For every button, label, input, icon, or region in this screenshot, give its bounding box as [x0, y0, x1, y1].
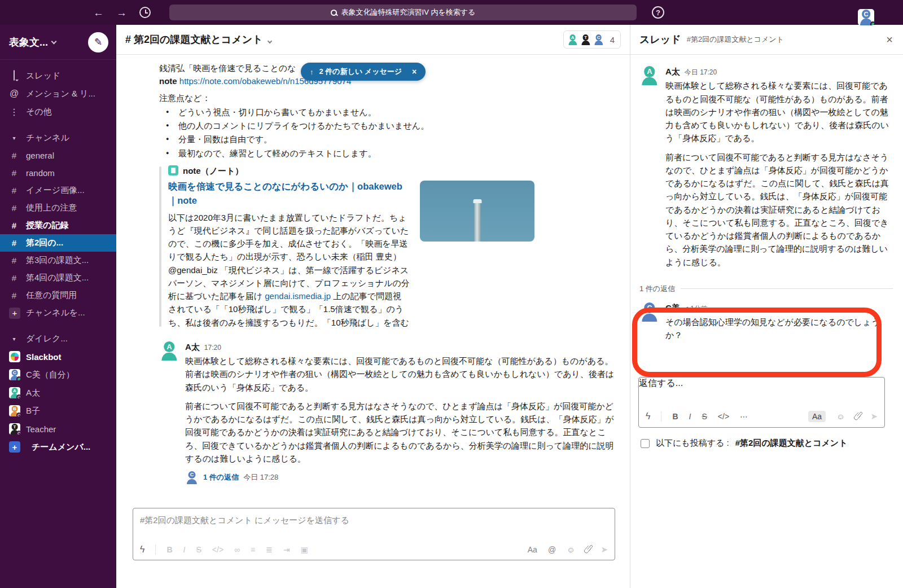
code-button[interactable]: </> — [718, 412, 729, 421]
reply-composer[interactable]: 返信する... ϟ B I S </> ⋯ Aa ☺ ➤ — [638, 377, 885, 428]
bold-button[interactable]: B — [672, 412, 678, 421]
mention-button[interactable]: @ — [548, 545, 556, 554]
sidebar-channel-general[interactable]: #general — [0, 147, 116, 164]
member-count-button[interactable]: A T C 4 — [563, 30, 621, 49]
workspace-name: 表象文... — [9, 36, 48, 49]
link-button[interactable]: ∞ — [234, 545, 240, 554]
message-author[interactable]: A太 — [665, 65, 680, 78]
emoji-button[interactable]: ☺ — [836, 412, 844, 421]
ordered-list-button[interactable]: ≡ — [251, 545, 255, 554]
attachment-icon[interactable] — [853, 412, 862, 421]
send-button[interactable]: ➤ — [870, 411, 878, 422]
presence-online-dot — [870, 21, 874, 25]
bullet-item: どういう視点・切り口から書いてもかまいません。 — [165, 106, 619, 119]
avatar: A — [9, 387, 20, 398]
message-text: 前者について回復不可能であると判断する見方はなさそうなので、ひとまず論点は「身体… — [185, 400, 619, 465]
also-send-checkbox[interactable] — [641, 439, 650, 448]
also-send-row: 以下にも投稿する :#第2回の課題文献とコメント — [641, 438, 848, 449]
hash-icon: # — [9, 168, 19, 178]
sidebar-channel-session3[interactable]: #第3回の課題文... — [0, 252, 116, 269]
sidebar-channel-session2-active[interactable]: #第2回の... — [0, 234, 116, 252]
link-preview-card: note（ノート） 映画を倍速で見ることのなにがわるいのか｜obakeweb｜n… — [159, 164, 534, 329]
new-messages-pill[interactable]: ↑ 2 件の新しい メッセージ × — [301, 63, 426, 81]
blockquote-button[interactable]: ⇥ — [283, 545, 290, 554]
sidebar-item-more[interactable]: ⋮ その他 — [0, 103, 116, 121]
message-composer[interactable]: #第2回の課題文献とコメント にメッセージを送信する ϟ B I S </> ∞… — [133, 508, 615, 560]
italic-button[interactable]: I — [689, 412, 691, 421]
attachment-icon[interactable] — [584, 545, 592, 554]
gendai-link[interactable]: gendai.ismedia.jp — [265, 291, 331, 301]
sidebar-channel-class-records[interactable]: #授業の記録 — [0, 217, 116, 234]
message-timestamp[interactable]: 17:20 — [204, 343, 221, 353]
message-list: 銭清弘「映画を倍速で見ることのな note https://note.com/o… — [116, 55, 630, 484]
code-block-button[interactable]: ▣ — [301, 545, 308, 554]
sidebar-channel-questions[interactable]: #任意の質問用 — [0, 287, 116, 304]
italic-button[interactable]: I — [183, 545, 186, 554]
avatar: C — [9, 369, 20, 380]
composer-placeholder[interactable]: #第2回の課題文献とコメント にメッセージを送信する — [133, 508, 615, 526]
thread-channel-name[interactable]: #第2回の課題文献とコメント — [687, 34, 784, 45]
format-toggle-button[interactable]: Aa — [808, 411, 826, 422]
also-send-channel: #第2回の課題文献とコメント — [735, 438, 848, 449]
dm-teacher[interactable]: T Teacher — [0, 420, 116, 438]
sidebar-item-threads[interactable]: スレッド — [0, 67, 116, 85]
workspace-header[interactable]: 表象文... ✎ — [0, 25, 116, 60]
add-channel-button[interactable]: +チャンネルを... — [0, 304, 116, 322]
channel-view: # 第2回の課題文献とコメント A T C 4 ↑ 2 件の新しい メッセージ … — [116, 25, 630, 588]
help-button[interactable]: ? — [652, 6, 664, 19]
sidebar-channel-usage-notes[interactable]: #使用上の注意 — [0, 199, 116, 217]
bullet-list-button[interactable]: ≣ — [266, 545, 273, 554]
message-author[interactable]: A太 — [185, 340, 200, 353]
note-site-icon — [168, 165, 178, 175]
message: A A太 17:20 映画体験として総称される様々な要素には、回復可能であるもの… — [159, 340, 619, 484]
sidebar-channel-random[interactable]: #random — [0, 164, 116, 182]
dm-slackbot[interactable]: Slackbot — [0, 348, 116, 366]
format-toggle-button[interactable]: Aa — [528, 545, 537, 554]
composer-toolbar: ϟ B I S </> ⋯ Aa ☺ ➤ — [646, 411, 878, 422]
dm-a[interactable]: A A太 — [0, 384, 116, 402]
more-button[interactable]: ⋯ — [740, 412, 748, 421]
thread-reply-link[interactable]: C 1 件の返信 今日 17:28 — [185, 471, 619, 484]
user-avatar[interactable]: C — [858, 9, 874, 25]
shortcuts-icon[interactable]: ϟ — [646, 411, 650, 422]
strikethrough-button[interactable]: S — [702, 412, 707, 421]
member-avatar: C — [593, 34, 604, 45]
threads-icon — [9, 71, 19, 81]
emoji-button[interactable]: ☺ — [567, 545, 575, 554]
message-timestamp[interactable]: 今日 17:20 — [685, 67, 717, 78]
card-title-link[interactable]: 映画を倍速で見ることのなにがわるいのか｜obakeweb｜note — [168, 179, 410, 208]
avatar[interactable]: A — [639, 65, 660, 85]
shortcuts-icon[interactable]: ϟ — [140, 545, 144, 555]
search-input[interactable]: 表象文化論特殊研究演習IV 内を検索する — [169, 5, 637, 20]
sidebar-item-mentions[interactable]: @ メンション & リ... — [0, 85, 116, 103]
dm-self[interactable]: C C美（自分） — [0, 366, 116, 384]
send-button[interactable]: ➤ — [600, 545, 608, 555]
sidebar-channel-images[interactable]: #イメージ画像... — [0, 182, 116, 199]
bold-button[interactable]: B — [166, 545, 172, 554]
code-button[interactable]: </> — [212, 545, 223, 554]
history-back-button[interactable]: ← — [93, 7, 104, 18]
history-clock-icon[interactable] — [139, 7, 151, 18]
compose-button[interactable]: ✎ — [88, 32, 108, 52]
channel-title[interactable]: # 第2回の課題文献とコメント — [125, 33, 271, 46]
avatar: B — [9, 405, 20, 416]
top-bar: ← → 表象文化論特殊研究演習IV 内を検索する ? C — [0, 0, 903, 25]
dm-b[interactable]: B B子 — [0, 402, 116, 420]
add-members-button[interactable]: + チームメンバ... — [0, 438, 116, 456]
composer-placeholder[interactable]: 返信する... — [639, 378, 884, 389]
history-forward-button[interactable]: → — [116, 7, 127, 18]
avatar[interactable]: C — [639, 301, 660, 322]
dm-section-header[interactable]: ▾ ダイレク... — [0, 330, 116, 348]
avatar[interactable]: A — [159, 340, 179, 361]
sidebar-channel-session4[interactable]: #第4回の課題文... — [0, 269, 116, 287]
hash-icon: # — [9, 256, 19, 265]
strikethrough-button[interactable]: S — [196, 545, 201, 554]
channels-section-header[interactable]: ▾ チャンネル — [0, 129, 116, 147]
card-thumbnail-image[interactable] — [420, 181, 534, 242]
thread-reply-message: C C美 < 1分前 その場合認知心理学の知見などが必要になるのでしょうか？ — [639, 301, 893, 348]
message-timestamp[interactable]: < 1分前 — [685, 304, 708, 314]
message-author[interactable]: C美 — [665, 301, 680, 314]
close-icon[interactable]: × — [412, 67, 417, 76]
close-icon[interactable]: × — [886, 33, 893, 46]
bullet-item: 分量・回数は自由です。 — [165, 133, 619, 146]
